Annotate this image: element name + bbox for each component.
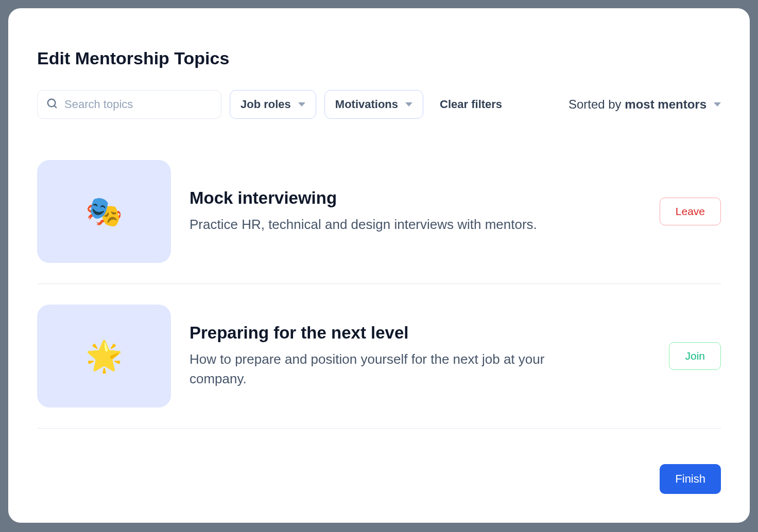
topic-icon: 🎭 (37, 160, 171, 263)
topic-description: Practice HR, technical and design interv… (190, 215, 571, 235)
topic-content: Mock interviewing Practice HR, technical… (190, 188, 641, 235)
motivations-dropdown[interactable]: Motivations (324, 90, 423, 119)
search-container (37, 90, 221, 119)
topic-description: How to prepare and position yourself for… (190, 350, 571, 388)
topic-item: 🎭 Mock interviewing Practice HR, technic… (37, 160, 721, 284)
sort-label: Sorted by most mentors (568, 97, 707, 112)
topics-list: 🎭 Mock interviewing Practice HR, technic… (37, 160, 721, 429)
topic-icon: 🌟 (37, 305, 171, 407)
edit-topics-modal: Edit Mentorship Topics Job roles Motivat… (8, 8, 750, 523)
filter-label: Job roles (240, 98, 291, 111)
search-input[interactable] (37, 90, 221, 119)
chevron-down-icon (714, 102, 721, 107)
clear-filters-button[interactable]: Clear filters (440, 98, 502, 111)
svg-line-1 (54, 105, 56, 108)
finish-button[interactable]: Finish (660, 464, 721, 494)
job-roles-dropdown[interactable]: Job roles (230, 90, 316, 119)
leave-button[interactable]: Leave (660, 198, 721, 225)
topic-content: Preparing for the next level How to prep… (190, 323, 650, 388)
filters-row: Job roles Motivations Clear filters Sort… (37, 90, 721, 119)
join-button[interactable]: Join (669, 342, 721, 370)
sort-dropdown[interactable]: Sorted by most mentors (568, 97, 721, 112)
search-icon (46, 98, 58, 111)
chevron-down-icon (298, 102, 305, 107)
page-title: Edit Mentorship Topics (37, 48, 721, 68)
topic-title: Preparing for the next level (190, 323, 650, 343)
topic-item: 🌟 Preparing for the next level How to pr… (37, 305, 721, 429)
filter-label: Motivations (335, 98, 398, 111)
topic-title: Mock interviewing (190, 188, 641, 208)
chevron-down-icon (405, 102, 412, 107)
